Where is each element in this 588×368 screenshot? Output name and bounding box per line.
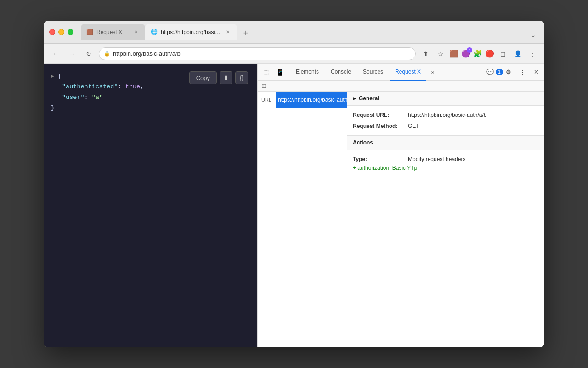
refresh-button[interactable]: ↻	[82, 47, 95, 60]
json-collapse-arrow[interactable]: ▶	[51, 74, 54, 79]
extension-badge: 6	[467, 47, 472, 53]
browser-window: 🟫 Request X ✕ 🌐 https://httpbin.org/basi…	[44, 21, 544, 347]
profile-button[interactable]: 👤	[511, 47, 524, 60]
json-panel: Copy ⏸ {} ▶ { "authenticated": true, "us…	[44, 64, 257, 347]
general-chevron: ▶	[353, 96, 356, 101]
json-value-authenticated: true	[125, 83, 140, 90]
lock-icon: 🔒	[104, 51, 110, 57]
tab-httpbin-icon: 🌐	[151, 29, 158, 36]
pause-button[interactable]: ⏸	[220, 71, 232, 84]
devtools-more-menu-button[interactable]: ⋮	[516, 66, 529, 79]
request-method-row: Request Method: GET	[353, 121, 539, 132]
format-button[interactable]: {}	[235, 71, 248, 84]
bookmark-button[interactable]: ☆	[434, 47, 447, 60]
actions-auth-value[interactable]: + authorization: Basic YTpi	[353, 165, 539, 171]
add-tab-button[interactable]: +	[239, 27, 253, 40]
json-open-brace: {	[58, 73, 62, 80]
devtools-actions: 💬 1 ⚙ ⋮ ✕	[488, 66, 543, 79]
back-button[interactable]: ←	[49, 47, 62, 60]
sidebar-button[interactable]: ◻	[497, 47, 509, 60]
requests-list: URL https://httpbin.org/basic-auth/a...	[258, 92, 347, 347]
devtools-panel: ⬚ 📱 Elements Console Sources Request X »	[257, 64, 544, 347]
network-content: ⊞ URL https://httpbin.org/basic-auth/a..…	[258, 80, 544, 347]
actions-type-value: Modify request headers	[408, 155, 465, 163]
json-content: ▶ { "authenticated": true, "user": "a" }	[44, 64, 257, 347]
network-url-bar: ⊞	[258, 80, 544, 92]
devtools-separator-1	[288, 68, 288, 77]
devtools-messages-button[interactable]: 💬 1	[488, 66, 501, 79]
actions-section-header[interactable]: Actions	[347, 136, 544, 150]
tab-httpbin-label: https://httpbin.org/basic-auth/...	[161, 29, 221, 35]
url-label: URL	[258, 92, 276, 108]
extension-red-icon[interactable]: 🔴	[485, 49, 495, 59]
copy-button[interactable]: Copy	[189, 71, 217, 84]
request-url-row[interactable]: URL https://httpbin.org/basic-auth/a...	[258, 92, 347, 108]
extension-requestx-icon[interactable]: 🟫	[449, 49, 459, 59]
nav-actions: ⬆ ☆ 🟫 🟣 6 🧩 🔴 ◻ 👤 ⋮	[419, 47, 539, 60]
tab-sources[interactable]: Sources	[357, 64, 389, 80]
devtools-more-tabs[interactable]: »	[427, 67, 438, 78]
title-bar: 🟫 Request X ✕ 🌐 https://httpbin.org/basi…	[44, 21, 544, 44]
maximize-button[interactable]	[68, 29, 74, 35]
devtools-close-button[interactable]: ✕	[530, 66, 543, 79]
general-section-label: General	[359, 95, 379, 102]
tab-request-x[interactable]: 🟫 Request X ✕	[81, 24, 145, 40]
actions-section-body: Type: Modify request headers + authoriza…	[347, 150, 544, 175]
tab-bar: 🟫 Request X ✕ 🌐 https://httpbin.org/basi…	[81, 24, 539, 40]
general-section-header[interactable]: ▶ General	[347, 92, 544, 106]
filter-icon[interactable]: ⊞	[261, 82, 266, 89]
main-area: Copy ⏸ {} ▶ { "authenticated": true, "us…	[44, 64, 544, 347]
url-value[interactable]: https://httpbin.org/basic-auth/a...	[276, 92, 347, 108]
extension-puzzle-icon[interactable]: 🧩	[473, 49, 483, 59]
address-text: httpbin.org/basic-auth/a/b	[113, 50, 181, 57]
share-button[interactable]: ⬆	[419, 47, 432, 60]
nav-bar: ← → ↻ 🔒 httpbin.org/basic-auth/a/b ⬆ ☆ 🟫…	[44, 44, 544, 64]
network-split: URL https://httpbin.org/basic-auth/a... …	[258, 92, 544, 347]
extension-purple-icon[interactable]: 🟣 6	[461, 49, 471, 59]
menu-button[interactable]: ⋮	[526, 47, 539, 60]
json-key-user: "user"	[62, 94, 85, 101]
request-url-value: https://httpbin.org/basic-auth/a/b	[408, 111, 486, 119]
actions-type-label: Type:	[353, 155, 408, 163]
tab-request-x-label: Request X	[96, 29, 130, 35]
devtools-toolbar: ⬚ 📱 Elements Console Sources Request X »	[258, 64, 544, 80]
traffic-lights	[49, 29, 74, 35]
actions-section-label: Actions	[353, 139, 373, 146]
request-method-value: GET	[408, 122, 419, 130]
tab-httpbin[interactable]: 🌐 https://httpbin.org/basic-auth/... ✕	[145, 24, 237, 40]
tab-request-x-close[interactable]: ✕	[132, 29, 140, 36]
json-close-brace: }	[51, 104, 55, 111]
tab-elements[interactable]: Elements	[290, 64, 324, 80]
devtools-device-button[interactable]: 📱	[273, 66, 286, 79]
json-toolbar: Copy ⏸ {}	[184, 68, 254, 88]
request-url-row-detail: Request URL: https://httpbin.org/basic-a…	[353, 109, 539, 121]
request-url-label: Request URL:	[353, 111, 408, 119]
json-key-authenticated: "authenticated"	[62, 83, 118, 90]
actions-type-row: Type: Modify request headers	[353, 154, 539, 165]
tab-request-x-icon: 🟫	[86, 29, 94, 36]
tab-request-x-devtools[interactable]: Request X	[390, 64, 426, 80]
more-tabs-button[interactable]: ⌄	[528, 29, 539, 40]
general-section-body: Request URL: https://httpbin.org/basic-a…	[347, 106, 544, 136]
minimize-button[interactable]	[58, 29, 64, 35]
address-bar[interactable]: 🔒 httpbin.org/basic-auth/a/b	[99, 47, 416, 60]
forward-button[interactable]: →	[66, 47, 79, 60]
devtools-settings-button[interactable]: ⚙	[502, 66, 515, 79]
tab-httpbin-close[interactable]: ✕	[224, 29, 232, 36]
json-value-user: "a"	[92, 94, 103, 101]
detail-panel: ▶ General Request URL: https://httpbin.o…	[347, 92, 544, 347]
devtools-cursor-button[interactable]: ⬚	[260, 66, 272, 79]
tab-console[interactable]: Console	[325, 64, 356, 80]
close-button[interactable]	[49, 29, 55, 35]
request-method-label: Request Method:	[353, 122, 408, 130]
